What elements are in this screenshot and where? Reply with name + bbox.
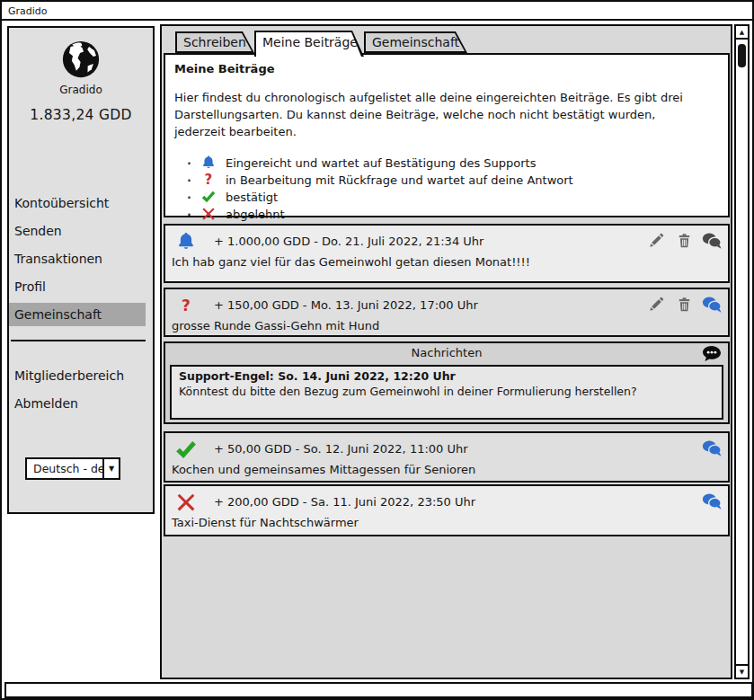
chat-button[interactable] <box>702 295 722 315</box>
chevron-down-icon[interactable]: ▼ <box>102 459 119 478</box>
delete-button[interactable] <box>674 231 694 251</box>
sidebar-secondary-nav: Mitgliederbereich Abmelden <box>9 364 153 420</box>
legend-text: abgelehnt <box>226 208 285 221</box>
message-author: Support-Engel: <box>179 369 274 383</box>
language-select[interactable]: Deutsch - de ▼ <box>25 457 120 480</box>
sidebar: Gradido 1.833,24 GDD Kontoübersicht Send… <box>7 26 155 514</box>
amount-date: + 1.000,00 GDD - Do. 21. Juli 2022, 21:3… <box>214 235 483 248</box>
edit-button[interactable] <box>646 295 666 315</box>
message-text: Könntest du bitte den Bezug zum Gemeinwo… <box>179 385 714 398</box>
edit-button[interactable] <box>646 231 666 251</box>
contribution-row: + 50,00 GDD - So. 12. Juni 2022, 11:00 U… <box>164 431 730 483</box>
contribution-row: + 1.000,00 GDD - Do. 21. Juli 2022, 21:3… <box>164 224 730 283</box>
messages-block: Nachrichten Support-Engel: So. 14. Juni … <box>164 341 730 424</box>
contribution-description: grosse Runde Gassi-Gehn mit Hund <box>172 319 379 332</box>
legend-item-rueckfrage: · ? in Bearbeitung mit Rückfrage und war… <box>187 172 719 189</box>
scroll-up-icon[interactable]: ▲ <box>736 26 748 40</box>
bullet: · <box>187 191 191 204</box>
legend-text: in Bearbeitung mit Rückfrage und wartet … <box>226 173 573 187</box>
horizontal-scrollbar[interactable] <box>4 682 753 698</box>
sidebar-item-abmelden[interactable]: Abmelden <box>9 392 153 415</box>
account-balance: 1.833,24 GDD <box>9 107 153 123</box>
intro-panel: Meine Beiträge Hier findest du chronolog… <box>164 53 730 217</box>
question-icon: ? <box>200 173 217 187</box>
chat-button[interactable] <box>702 439 722 458</box>
cross-icon <box>173 491 200 514</box>
tab-meine-beitraege-label: Meine Beiträge <box>262 31 358 54</box>
app-window: Gradido Gradido 1.833,24 GDD Kontoübersi… <box>0 0 754 700</box>
message-author-date: Support-Engel: So. 14. Juni 2022, 12:20 … <box>179 369 714 383</box>
bullet: · <box>187 156 191 170</box>
chat-button[interactable] <box>702 492 722 511</box>
sidebar-nav: Kontoübersicht Senden Transaktionen Prof… <box>9 191 153 331</box>
globe-icon <box>60 39 102 80</box>
bullet: · <box>187 208 191 221</box>
contribution-row: ? + 150,00 GDD - Mo. 13. Juni 2022, 17:0… <box>164 288 730 337</box>
amount-date: + 200,00 GDD - Sa. 11. Juni 2022, 23:50 … <box>214 495 475 509</box>
sidebar-app-name: Gradido <box>9 84 153 96</box>
contribution-description: Taxi-Dienst für Nachtschwärmer <box>172 516 359 529</box>
tab-meine-beitraege[interactable]: Meine Beiträge <box>254 31 364 57</box>
messages-header: Nachrichten <box>165 343 728 363</box>
sidebar-item-mitgliederbereich[interactable]: Mitgliederbereich <box>9 364 153 387</box>
amount-date: + 150,00 GDD - Mo. 13. Juni 2022, 17:00 … <box>214 298 478 312</box>
scrollbar-thumb[interactable] <box>738 44 746 67</box>
legend-item-abgelehnt: · abgelehnt <box>187 206 719 223</box>
page-title: Meine Beiträge <box>174 62 719 75</box>
tab-schreiben-label: Schreiben <box>183 31 246 53</box>
check-icon <box>200 191 217 203</box>
amount-date: + 50,00 GDD - So. 12. Juni 2022, 11:00 U… <box>214 442 468 456</box>
cross-icon <box>200 208 217 220</box>
sidebar-item-senden[interactable]: Senden <box>9 219 153 243</box>
sidebar-item-profil[interactable]: Profil <box>9 275 153 298</box>
bell-icon <box>200 155 217 171</box>
contribution-description: Ich hab ganz viel für das Gemeinwohl get… <box>172 255 530 269</box>
window-title-bar: Gradido <box>2 2 752 21</box>
tab-gemeinschaft-label: Gemeinschaft <box>372 31 459 53</box>
tab-gemeinschaft[interactable]: Gemeinschaft <box>364 31 467 53</box>
contribution-row: + 200,00 GDD - Sa. 11. Juni 2022, 23:50 … <box>164 484 730 536</box>
question-icon: ? <box>173 294 200 317</box>
vertical-scrollbar[interactable]: ▲ ▼ <box>734 24 750 679</box>
main-panel: Schreiben Meine Beiträge Gemeinschaft Me… <box>160 24 732 679</box>
sidebar-item-kontouebersicht[interactable]: Kontoübersicht <box>9 191 153 215</box>
message-item: Support-Engel: So. 14. Juni 2022, 12:20 … <box>170 365 723 420</box>
intro-text: Hier findest du chronologisch aufgeliste… <box>174 90 703 141</box>
contribution-description: Kochen und gemeinsames Mittagessen für S… <box>172 463 475 476</box>
delete-button[interactable] <box>674 295 694 315</box>
sidebar-item-transaktionen[interactable]: Transaktionen <box>9 247 153 270</box>
legend-text: bestätigt <box>226 191 278 204</box>
sidebar-item-gemeinschaft[interactable]: Gemeinschaft <box>9 303 146 326</box>
messages-title: Nachrichten <box>165 343 728 363</box>
language-select-value: Deutsch - de <box>33 459 105 478</box>
sidebar-divider <box>11 340 146 341</box>
legend-item-eingereicht: · Eingereicht und wartet auf Bestätigung… <box>187 155 719 172</box>
message-date: So. 14. Juni 2022, 12:20 Uhr <box>278 369 456 383</box>
gradido-logo <box>9 39 153 84</box>
bullet: · <box>187 173 191 187</box>
check-icon <box>173 438 200 461</box>
legend-item-bestaetigt: · bestätigt <box>187 189 719 206</box>
scroll-down-icon[interactable]: ▼ <box>736 664 748 678</box>
window-title: Gradido <box>2 2 752 21</box>
bell-icon <box>173 230 200 253</box>
chat-dots-icon <box>702 345 722 362</box>
legend-text: Eingereicht und wartet auf Bestätigung d… <box>226 156 537 170</box>
chat-button[interactable] <box>702 231 722 251</box>
tab-schreiben[interactable]: Schreiben <box>175 31 254 53</box>
